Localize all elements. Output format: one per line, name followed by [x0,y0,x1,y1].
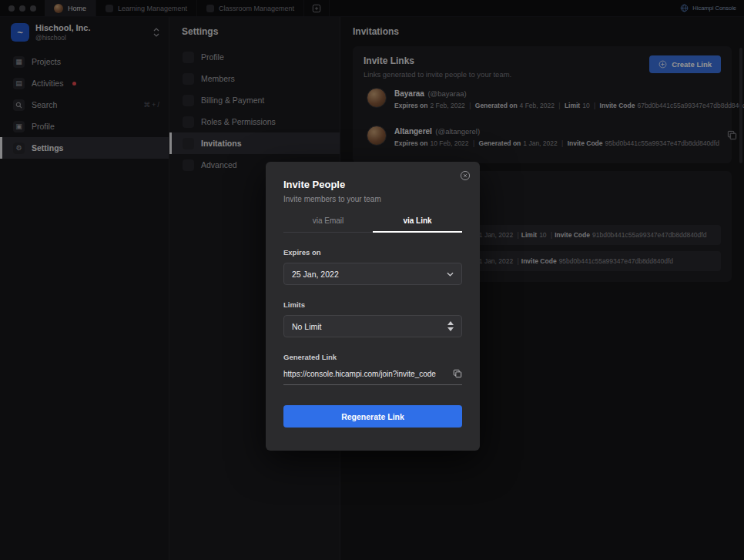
chevron-down-icon [447,272,454,277]
copy-icon[interactable] [453,369,462,378]
stepper-up-icon[interactable] [447,321,454,325]
expires-select[interactable]: 25 Jan, 2022 [283,263,462,285]
modal-tabs: via Email via Link [283,216,462,233]
limits-value: No Limit [292,322,322,331]
tab-via-email[interactable]: via Email [283,216,373,232]
expires-label: Expires on [283,248,462,257]
regenerate-link-button[interactable]: Regenerate Link [283,405,462,428]
generated-link-value: https://console.hicampi.com/join?invite_… [283,370,436,378]
limits-stepper[interactable]: No Limit [283,315,462,337]
generated-link-label: Generated Link [283,353,462,361]
close-icon[interactable] [460,170,471,181]
invite-people-modal: Invite People Invite members to your tea… [266,162,480,451]
modal-subtitle: Invite members to your team [283,195,462,203]
limits-label: Limits [283,300,462,309]
stepper-down-icon[interactable] [447,327,454,331]
modal-title: Invite People [283,179,462,190]
expires-value: 25 Jan, 2022 [292,270,339,279]
stepper-arrows [447,321,454,331]
tab-via-link[interactable]: via Link [373,216,462,232]
generated-link-row: https://console.hicampi.com/join?invite_… [283,369,462,385]
